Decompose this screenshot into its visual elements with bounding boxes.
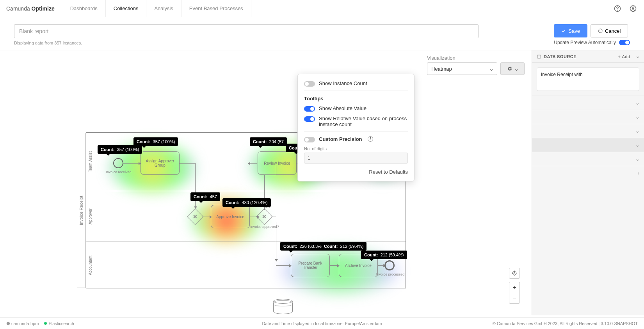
viz-settings-popover: Show Instance Count Tooltips Show Absolu… — [297, 74, 415, 181]
report-title-input[interactable] — [14, 24, 479, 38]
toggle-custom-precision[interactable] — [304, 137, 315, 142]
reset-defaults-button[interactable]: Reset to Defaults — [304, 169, 408, 175]
tooltip: Count: 204 (57 — [250, 137, 287, 146]
zoom-in-button[interactable]: + — [509, 282, 520, 293]
end-event-processed[interactable] — [384, 260, 395, 270]
chevron-down-icon: ⌵ — [490, 66, 493, 72]
add-datasource-button[interactable]: + Add — [618, 54, 630, 59]
svg-rect-7 — [537, 55, 541, 58]
instance-subtitle: Displaying data from 357 instances. — [14, 41, 546, 45]
task-assign-approver[interactable]: Assign Approver Group — [141, 151, 180, 175]
viz-label: Visualization — [427, 55, 525, 61]
lane-approver: Approver — [86, 191, 94, 242]
viz-settings-button[interactable]: ⌵ — [500, 62, 525, 75]
accordion-row[interactable]: ⌵ — [532, 152, 644, 166]
task-review-invoice[interactable]: Review Invoice — [258, 151, 297, 175]
svg-point-5 — [514, 272, 515, 274]
right-panel: DATA SOURCE + Add ⌵ Invoice Receipt with… — [532, 50, 644, 315]
accordion-row[interactable]: ⌵ — [532, 110, 644, 124]
datasource-card[interactable]: Invoice Receipt with — [537, 68, 639, 91]
nav-analysis[interactable]: Analysis — [146, 0, 181, 17]
cancel-button[interactable]: Cancel — [591, 24, 628, 37]
show-instance-count-label: Show Instance Count — [319, 80, 367, 86]
tooltips-heading: Tooltips — [304, 96, 408, 101]
zoom-out-button[interactable]: − — [509, 293, 520, 304]
tooltip: Count: 357 (100%) — [98, 145, 142, 154]
nav: Dashboards Collections Analysis Event Ba… — [62, 0, 251, 17]
update-preview-toggle[interactable] — [619, 40, 630, 45]
toggle-absolute[interactable] — [304, 106, 315, 112]
toggle-relative[interactable] — [304, 116, 315, 122]
svg-point-3 — [632, 7, 634, 9]
lane-accountant: Accountant — [86, 242, 94, 289]
chevron-right-icon: › — [638, 170, 639, 176]
nav-collections[interactable]: Collections — [106, 0, 147, 17]
panel-head-datasource[interactable]: DATA SOURCE + Add ⌵ — [532, 50, 644, 63]
label-invoice-received: Invoice received — [103, 170, 134, 174]
toolbar: Displaying data from 357 instances. Save… — [0, 17, 644, 50]
chevron-down-icon: ⌵ — [636, 156, 639, 162]
recenter-button[interactable] — [509, 268, 520, 279]
update-preview-label: Update Preview Automatically — [554, 40, 616, 45]
svg-point-6 — [512, 271, 516, 275]
plus-icon: + — [618, 54, 621, 59]
datasource-icon — [537, 54, 541, 59]
digits-input[interactable] — [304, 153, 408, 164]
canvas[interactable]: Visualization Heatmap⌵ ⌵ + − Invoice Rec… — [0, 50, 532, 315]
tooltip: Count: 430 (120.4%) — [222, 198, 271, 207]
tooltip: Count: 212 (59.4%) — [361, 251, 407, 259]
datastore-fas[interactable]: Financial Accounting System — [273, 300, 293, 315]
chevron-down-icon: ⌵ — [636, 100, 639, 106]
digits-label: No. of digits — [304, 146, 408, 151]
help-icon[interactable] — [613, 4, 622, 13]
accordion-row[interactable]: ⌵ — [532, 96, 644, 110]
chevron-down-icon[interactable]: ⌵ — [637, 54, 640, 59]
viz-select[interactable]: Heatmap⌵ — [427, 62, 497, 75]
accordion-row[interactable]: ⌵ — [532, 124, 644, 138]
app-header: Camunda Optimize Dashboards Collections … — [0, 0, 644, 17]
start-event[interactable] — [113, 158, 123, 168]
accordion-row[interactable]: › — [532, 166, 644, 180]
nav-ebp[interactable]: Event Based Processes — [181, 0, 251, 17]
svg-point-1 — [617, 10, 618, 10]
gear-icon — [507, 66, 512, 71]
lane-team-assist: Team Assist — [86, 133, 94, 191]
chevron-down-icon: ⌵ — [636, 142, 639, 148]
nav-dashboards[interactable]: Dashboards — [62, 0, 106, 17]
chevron-down-icon: ⌵ — [636, 114, 639, 120]
tooltip: Count: 357 (100%) — [133, 137, 178, 146]
accordion-row[interactable]: ⌵ — [532, 138, 644, 152]
toggle-instance-count[interactable] — [304, 81, 315, 87]
pool-label: Invoice Receipt — [77, 133, 85, 288]
tooltip: Count: 457 — [190, 192, 220, 201]
save-button[interactable]: Save — [554, 24, 587, 37]
chevron-down-icon: ⌵ — [515, 66, 518, 72]
show-relative-label: Show Relative Value based on process ins… — [319, 116, 408, 127]
tooltip: Count: 226 (63.3% Count: 212 (59.4%) — [280, 242, 366, 251]
custom-precision-label: Custom Precision — [319, 136, 362, 142]
label-processed: Invoice processed — [375, 272, 406, 276]
show-absolute-label: Show Absolute Value — [319, 105, 366, 111]
label-approved-q: Invoice approved? — [249, 225, 280, 229]
info-icon[interactable]: i — [368, 136, 373, 142]
brand: Camunda Optimize — [6, 5, 55, 12]
user-icon[interactable] — [628, 4, 638, 13]
task-approve-invoice[interactable]: Approve Invoice — [211, 205, 250, 228]
chevron-down-icon: ⌵ — [636, 128, 639, 134]
task-prepare-bank[interactable]: Prepare Bank Transfer — [291, 254, 330, 277]
